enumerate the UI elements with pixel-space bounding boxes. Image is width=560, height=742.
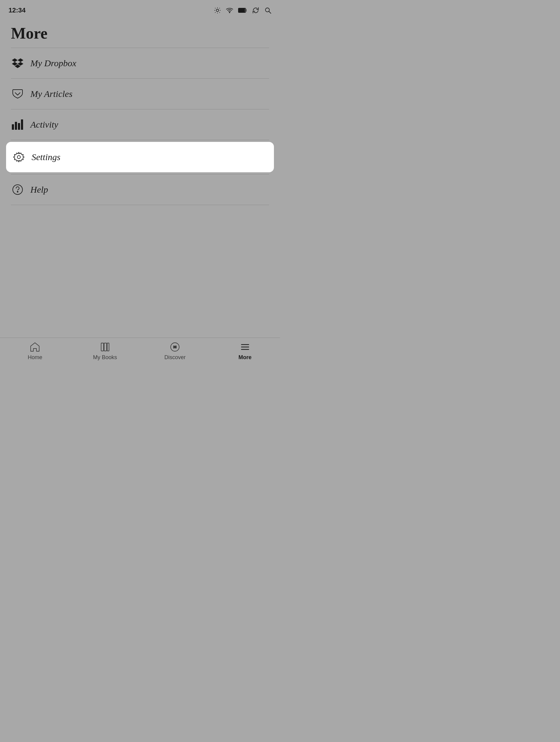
bottom-nav: Home My Books Discover [0,337,280,371]
nav-item-home[interactable]: Home [0,341,70,361]
page-title: More [0,18,280,48]
svg-line-4 [219,12,220,12]
svg-point-9 [229,12,230,13]
svg-rect-11 [239,8,245,12]
menu-item-dropbox-label: My Dropbox [31,58,76,68]
my-books-icon [100,341,111,353]
svg-rect-24 [107,343,109,351]
menu-item-activity-label: Activity [31,119,58,130]
nav-item-home-label: Home [27,354,42,361]
menu-item-settings-label: Settings [32,152,60,162]
status-icons [214,7,272,14]
svg-rect-15 [12,124,14,130]
search-icon[interactable] [264,7,272,14]
nav-item-more-label: More [238,354,251,361]
svg-rect-22 [101,343,104,351]
more-icon [240,341,250,353]
svg-point-20 [13,185,22,195]
wifi-icon [226,7,233,14]
svg-rect-18 [21,119,23,130]
menu-list: My Dropbox My Articles Activity [0,48,280,205]
nav-item-discover[interactable]: Discover [140,341,210,361]
svg-line-7 [215,12,215,12]
nav-item-my-books-label: My Books [93,354,117,361]
menu-item-articles-label: My Articles [31,89,72,99]
menu-item-help[interactable]: Help [0,174,280,205]
status-time: 12:34 [8,6,25,14]
settings-icon [12,150,25,164]
status-bar: 12:34 [0,0,280,18]
divider-3 [11,140,269,140]
activity-icon [11,118,24,131]
svg-rect-23 [104,343,107,351]
svg-rect-16 [15,122,17,130]
nav-item-more[interactable]: More [210,341,280,361]
svg-point-0 [216,9,219,11]
brightness-icon [214,7,221,14]
menu-item-settings[interactable]: Settings [6,142,274,172]
menu-item-activity[interactable]: Activity [0,109,280,140]
discover-icon [169,341,180,353]
dropbox-icon [11,56,24,70]
menu-item-help-label: Help [31,184,48,195]
menu-item-articles[interactable]: My Articles [0,79,280,109]
battery-icon [238,8,247,13]
svg-point-19 [17,156,20,159]
help-icon [11,183,24,196]
menu-item-dropbox[interactable]: My Dropbox [0,48,280,78]
svg-rect-17 [18,123,20,130]
svg-line-14 [269,11,271,14]
pocket-icon [11,87,24,101]
nav-item-my-books[interactable]: My Books [70,341,140,361]
svg-point-21 [17,192,18,192]
nav-item-discover-label: Discover [164,354,185,361]
home-icon [30,341,40,353]
sync-icon [252,7,259,14]
